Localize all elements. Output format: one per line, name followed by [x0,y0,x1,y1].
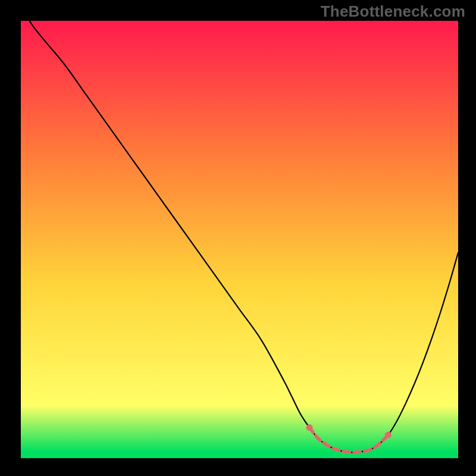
chart-stage: TheBottleneck.com [0,0,476,476]
watermark-text: TheBottleneck.com [321,2,465,21]
chart-svg [21,21,458,458]
optimal-range-end-dot [385,432,392,439]
optimal-range-start-dot [306,424,313,431]
gradient-background [21,21,458,458]
chart-plot-area [21,21,458,458]
